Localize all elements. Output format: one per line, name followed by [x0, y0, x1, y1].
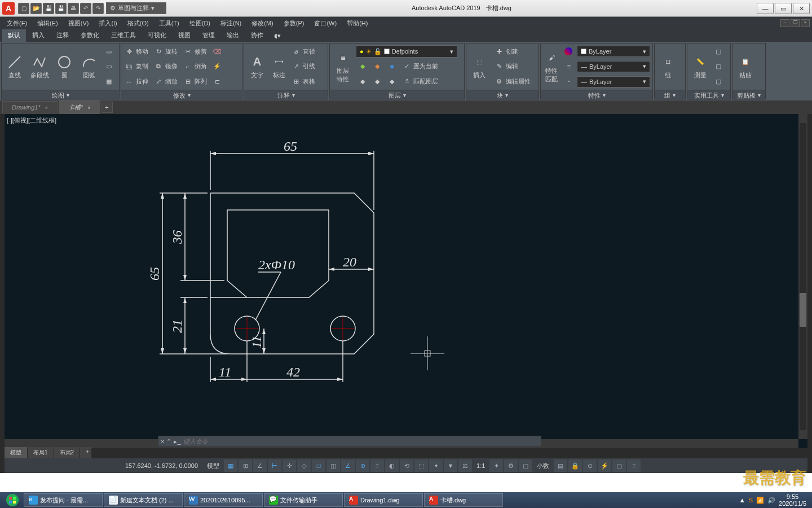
gizmo-toggle[interactable]: ✦: [429, 459, 443, 472]
menu-insert[interactable]: 插入(I): [94, 18, 121, 29]
hw-toggle[interactable]: ⚡: [598, 459, 611, 472]
menu-modify[interactable]: 修改(M): [247, 18, 278, 29]
command-line[interactable]: × ⌃ ▸_: [158, 436, 541, 447]
add-layout-button[interactable]: +: [80, 447, 91, 458]
table-button[interactable]: ⊞表格: [289, 76, 317, 88]
custom-toggle[interactable]: ≡: [627, 459, 641, 472]
task-notepad[interactable]: 📄新建文本文档 (2) ...: [104, 493, 183, 507]
diameter-button[interactable]: ⌀直径: [289, 45, 317, 58]
iso-btn[interactable]: ⊙: [583, 459, 597, 472]
measure-button[interactable]: 📏测量: [689, 45, 712, 89]
task-acad2[interactable]: A卡槽.dwg: [424, 493, 503, 507]
group-button[interactable]: ⊡组: [656, 45, 679, 89]
3d-toggle[interactable]: ⬚: [414, 459, 428, 472]
rtab-manage[interactable]: 管理: [197, 29, 220, 42]
lineweight-selector[interactable]: —ByLayer▾: [577, 61, 650, 72]
workspace-selector[interactable]: ⚙ 草图与注释 ▾: [106, 2, 166, 14]
match-props-button[interactable]: 🖌特性 匹配: [542, 45, 561, 89]
offset-button[interactable]: ⊏: [210, 76, 224, 88]
saveas-icon[interactable]: 💾: [55, 3, 67, 14]
minimize-button[interactable]: —: [757, 3, 774, 14]
menu-view[interactable]: 视图(V): [64, 18, 94, 29]
linetype-selector[interactable]: —ByLayer▾: [577, 76, 650, 87]
task-wechat[interactable]: 💬文件传输助手: [264, 493, 343, 507]
scale-indicator[interactable]: 1:1: [473, 462, 488, 469]
layout1-tab[interactable]: 布局1: [28, 447, 54, 458]
doc-minimize[interactable]: –: [780, 19, 789, 27]
rtab-3d[interactable]: 三维工具: [105, 29, 142, 42]
menu-tools[interactable]: 工具(T): [155, 18, 184, 29]
block-edit-button[interactable]: ✎编辑: [492, 60, 533, 73]
system-tray[interactable]: ▲ S 📶 🔊 9:552020/11/5: [736, 493, 810, 507]
paste-button[interactable]: 📋粘贴: [734, 45, 757, 89]
new-icon[interactable]: ▢: [18, 3, 29, 14]
rtab-annotate[interactable]: 注释: [51, 29, 74, 42]
layer-tool6[interactable]: ◆: [385, 76, 399, 88]
insert-block-button[interactable]: ⬚插入: [467, 45, 491, 89]
app-icon[interactable]: A: [2, 2, 15, 15]
arc-button[interactable]: 圆弧: [77, 45, 101, 89]
close-icon[interactable]: ×: [161, 438, 164, 445]
rtab-output[interactable]: 输出: [221, 29, 245, 42]
ann-vis-toggle[interactable]: ✦: [489, 459, 503, 472]
menu-edit[interactable]: 编辑(E): [33, 18, 63, 29]
close-button[interactable]: ✕: [793, 3, 810, 14]
polar-toggle[interactable]: ✛: [283, 459, 296, 472]
start-button[interactable]: [2, 492, 23, 508]
units-indicator[interactable]: 小数: [533, 462, 553, 470]
doc-close[interactable]: ×: [801, 19, 810, 27]
menu-file[interactable]: 文件(F): [2, 18, 32, 29]
task-wps[interactable]: W2020102610095...: [184, 493, 263, 507]
rtab-visual[interactable]: 可视化: [142, 29, 172, 42]
close-icon[interactable]: ×: [45, 105, 48, 111]
lock-toggle[interactable]: 🔒: [568, 459, 582, 472]
layer-tool2[interactable]: ◆: [370, 60, 384, 73]
rtab-view[interactable]: 视图: [173, 29, 196, 42]
menu-help[interactable]: 帮助(H): [342, 18, 372, 29]
undo-icon[interactable]: ↶: [80, 3, 91, 14]
clean-toggle[interactable]: ▢: [612, 459, 626, 472]
cycle-toggle[interactable]: ⟲: [400, 459, 413, 472]
menu-format[interactable]: 格式(O): [123, 18, 153, 29]
task-ie[interactable]: e发布提问 - 最需...: [24, 493, 103, 507]
tray-icon[interactable]: S: [749, 497, 753, 503]
scale-button[interactable]: ⤢缩放: [152, 76, 180, 88]
props-color-button[interactable]: [562, 45, 576, 58]
menu-param[interactable]: 参数(P): [279, 18, 309, 29]
maximize-button[interactable]: ▭: [775, 3, 792, 14]
close-icon[interactable]: ×: [87, 105, 90, 111]
open-icon[interactable]: 📂: [30, 3, 42, 14]
layer-tool1[interactable]: ◆: [356, 60, 369, 73]
command-input[interactable]: [183, 438, 539, 445]
move-button[interactable]: ✥移动: [122, 45, 151, 58]
tray-icon[interactable]: ▲: [739, 497, 745, 503]
mirror-button[interactable]: ⧉镜像: [152, 60, 180, 73]
menu-draw[interactable]: 绘图(D): [185, 18, 215, 29]
tray-icon[interactable]: 🔊: [767, 497, 775, 504]
layer-props-button[interactable]: ≣图层 特性: [331, 45, 355, 89]
rect-button[interactable]: ▭: [102, 45, 116, 58]
dyn-toggle[interactable]: ⊕: [356, 459, 369, 472]
trans-toggle[interactable]: ◐: [385, 459, 399, 472]
props-lt-button[interactable]: ⁃: [562, 76, 576, 88]
lw-toggle[interactable]: ≡: [370, 459, 384, 472]
plot-icon[interactable]: 🖶: [68, 3, 79, 14]
ellipse-button[interactable]: ⬭: [102, 60, 116, 73]
otrack-toggle[interactable]: ∠: [341, 459, 355, 472]
redo-icon[interactable]: ↷: [92, 3, 104, 14]
layer-tool4[interactable]: ◆: [356, 76, 369, 88]
match-layer-button[interactable]: ≗匹配图层: [400, 76, 440, 88]
leader-button[interactable]: ↗引线: [289, 60, 317, 73]
layer-tool3[interactable]: ◆: [385, 60, 399, 73]
infer-toggle[interactable]: ∠: [253, 459, 267, 472]
filter-toggle[interactable]: ▼: [444, 459, 457, 472]
file-tab-drawing1[interactable]: Drawing1*×: [2, 101, 58, 113]
vertical-scrollbar[interactable]: [798, 114, 807, 439]
polyline-button[interactable]: 多段线: [28, 45, 51, 89]
copy-button[interactable]: ⿻复制: [122, 60, 151, 73]
layer-tool5[interactable]: ◆: [370, 76, 384, 88]
mon-toggle[interactable]: ▢: [519, 459, 532, 472]
text-button[interactable]: A文字: [245, 45, 269, 89]
line-button[interactable]: 直线: [3, 45, 27, 89]
ortho-toggle[interactable]: ⊢: [268, 459, 281, 472]
